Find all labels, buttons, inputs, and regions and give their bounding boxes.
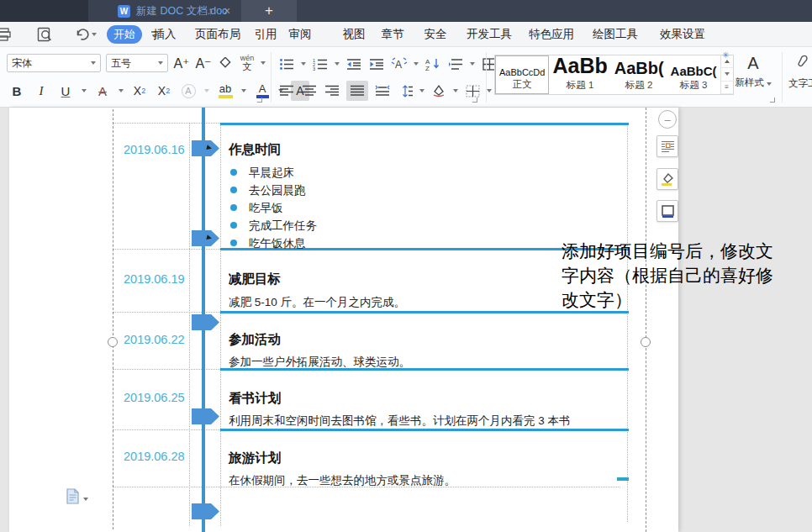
line-spacing-caret[interactable] (419, 89, 424, 92)
entry-body[interactable]: 减肥 5-10 斤。在一个月之内完成。 (229, 295, 405, 310)
tab-review[interactable]: 审阅 (289, 22, 312, 47)
entry-title[interactable]: 作息时间 (229, 141, 281, 159)
align-center-icon[interactable] (301, 81, 318, 101)
tab-developer-tools[interactable]: 开发工具 (467, 22, 512, 47)
bullet-list-icon[interactable] (278, 54, 295, 74)
tab-security[interactable]: 安全 (424, 22, 447, 47)
selection-handle-right[interactable] (641, 337, 651, 347)
numbered-list-caret[interactable] (335, 62, 340, 66)
underline-button[interactable]: U (57, 81, 74, 101)
clear-format-icon[interactable] (217, 53, 234, 73)
entry-title[interactable]: 看书计划 (229, 390, 281, 408)
document-page[interactable] (9, 108, 678, 532)
tab-drawing-tools[interactable]: 绘图工具 (593, 22, 638, 47)
new-tab-button[interactable]: + (241, 0, 297, 22)
tab-insert[interactable]: 插入 (154, 22, 177, 47)
highlight-color-button[interactable]: ab (217, 81, 234, 101)
phonetic-caret[interactable] (261, 61, 266, 65)
shrink-font-button[interactable]: A⁻ (195, 53, 212, 73)
page-options-caret[interactable] (83, 498, 88, 501)
entry-title[interactable]: 减肥目标 (229, 271, 281, 288)
tab-page-layout[interactable]: 页面布局 (195, 22, 240, 47)
tab-view[interactable]: 视图 (343, 22, 366, 47)
align-right-icon[interactable] (324, 81, 340, 101)
timeline-date[interactable]: 2019.06.22 (124, 333, 185, 346)
styles-dialog-launcher-icon[interactable] (770, 97, 775, 103)
bullet-item[interactable]: 完成工作任务 (249, 219, 317, 234)
character-scale-caret[interactable] (414, 62, 419, 66)
row-border-line[interactable] (220, 429, 629, 431)
bullet-item[interactable]: 早晨起床 (249, 166, 294, 181)
entry-title[interactable]: 参加活动 (229, 331, 281, 349)
timeline-date[interactable]: 2019.06.19 (124, 272, 185, 286)
bullet-item[interactable]: 去公园晨跑 (249, 183, 306, 198)
enclose-character-button[interactable]: A (180, 81, 197, 101)
line-spacing-icon[interactable] (397, 81, 414, 101)
borders-caret[interactable] (487, 89, 492, 92)
paragraph-settings-caret[interactable] (470, 62, 475, 66)
tab-special-features[interactable]: 特色应用 (529, 22, 574, 47)
style-normal[interactable]: AaBbCcDd 正文 (495, 55, 549, 94)
tab-home[interactable]: 开始 (107, 25, 142, 44)
strikethrough-caret[interactable] (119, 89, 124, 92)
new-style-button[interactable]: ✳A 新样式 (730, 54, 777, 89)
paragraph-settings-icon[interactable] (447, 54, 464, 74)
bold-button[interactable]: B (8, 81, 25, 101)
timeline-date[interactable]: 2019.06.25 (124, 391, 185, 404)
entry-body[interactable]: 在休假期间，去一些想去的地方或景点旅游。 (229, 473, 456, 488)
subscript-button[interactable]: X2 (156, 81, 172, 101)
row-border-line[interactable] (220, 123, 629, 125)
timeline-date[interactable]: 2019.06.28 (124, 450, 185, 463)
bullet-item[interactable]: 吃早饭 (249, 201, 283, 216)
tab-effect-settings[interactable]: 效果设置 (660, 22, 705, 47)
phonetic-guide-button[interactable]: wén 文 (239, 53, 256, 73)
highlight-caret[interactable] (241, 89, 246, 92)
paragraph-dialog-launcher-icon[interactable] (472, 97, 477, 103)
annotation-text[interactable]: 添加好项目编号后，修改文 字内容（根据自己的喜好修 改文字） (562, 239, 795, 312)
decrease-indent-icon[interactable] (345, 54, 362, 74)
superscript-button[interactable]: X2 (131, 81, 148, 101)
page-options-button[interactable] (66, 488, 88, 504)
sort-icon[interactable]: AZ (424, 54, 441, 74)
document-tab[interactable]: W 新建 DOC 文档.doc (88, 0, 241, 22)
selection-handle-left[interactable] (108, 337, 118, 347)
grow-font-button[interactable]: A⁺ (173, 53, 190, 73)
entry-title[interactable]: 旅游计划 (229, 450, 281, 467)
entry-body[interactable]: 参加一些户外拓展活动、球类运动。 (229, 355, 410, 370)
font-name-select[interactable]: 宋体 (7, 54, 101, 72)
style-heading2[interactable]: AaBb( 标题 2 (611, 55, 667, 94)
italic-button[interactable]: I (33, 81, 50, 101)
justify-button[interactable] (346, 81, 368, 101)
undo-dropdown-caret[interactable] (92, 33, 97, 36)
strikethrough-button[interactable]: A (94, 81, 111, 101)
tab-section[interactable]: 章节 (382, 22, 404, 47)
align-left-icon[interactable] (278, 81, 295, 101)
timeline-date[interactable]: 2019.06.16 (124, 143, 185, 156)
undo-button[interactable] (74, 26, 97, 43)
style-heading1[interactable]: AaBb 标题 1 (549, 55, 610, 94)
shading-icon[interactable] (430, 81, 447, 101)
entry-body[interactable]: 利用周末和空闲时间去图书馆，看些书。计划在两个月内看完 3 本书 (229, 413, 571, 429)
highlighter-tool-icon[interactable] (656, 168, 678, 190)
font-color-button[interactable]: A (254, 81, 271, 101)
row-border-segment[interactable] (617, 477, 629, 481)
font-dialog-launcher-icon[interactable] (257, 97, 262, 103)
tab-upload-icon[interactable]: ↑ (208, 0, 214, 22)
text-tool-button[interactable]: 文字工具 (788, 54, 812, 90)
page-border-tool-icon[interactable] (656, 200, 678, 222)
font-size-select[interactable]: 五号 (106, 54, 168, 72)
print-preview-icon[interactable] (37, 26, 53, 43)
tab-references[interactable]: 引用 (255, 22, 277, 47)
increase-indent-icon[interactable] (368, 54, 385, 74)
tab-close-icon[interactable]: × (224, 0, 230, 22)
character-scale-icon[interactable]: A (391, 54, 408, 74)
underline-caret[interactable] (82, 89, 87, 92)
style-heading3[interactable]: AaBbC( 标题 3 (667, 55, 720, 94)
shading-caret[interactable] (453, 89, 458, 92)
numbered-list-icon[interactable]: 123 (312, 54, 329, 74)
printer-icon[interactable] (0, 26, 11, 43)
distribute-text-icon[interactable] (374, 81, 391, 101)
bullet-list-caret[interactable] (301, 62, 306, 66)
bullet-item[interactable]: 吃午饭休息 (249, 236, 306, 251)
collapse-ribbon-button[interactable]: – (658, 110, 677, 129)
